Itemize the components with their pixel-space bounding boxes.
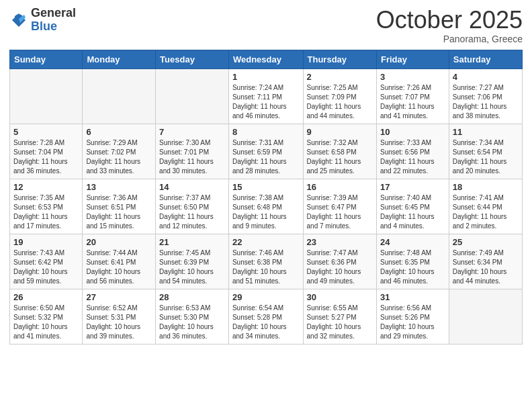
day-info: Sunrise: 6:53 AM Sunset: 5:30 PM Dayligh… [159,304,225,341]
calendar-cell: 9Sunrise: 7:32 AM Sunset: 6:58 PM Daylig… [303,124,376,179]
day-number: 11 [453,127,519,137]
header: General Blue October 2025 Panorama, Gree… [9,7,523,44]
calendar-cell: 11Sunrise: 7:34 AM Sunset: 6:54 PM Dayli… [449,124,522,179]
calendar-cell: 26Sunrise: 6:50 AM Sunset: 5:32 PM Dayli… [10,289,83,344]
calendar-cell: 4Sunrise: 7:27 AM Sunset: 7:06 PM Daylig… [449,68,522,124]
calendar-cell: 8Sunrise: 7:31 AM Sunset: 6:59 PM Daylig… [228,124,303,179]
day-number: 3 [380,72,445,82]
calendar-header-saturday: Saturday [449,50,522,68]
calendar-header-tuesday: Tuesday [156,50,229,68]
day-info: Sunrise: 7:27 AM Sunset: 7:06 PM Dayligh… [453,83,519,121]
calendar-cell: 23Sunrise: 7:47 AM Sunset: 6:36 PM Dayli… [303,234,376,289]
calendar-week-3: 12Sunrise: 7:35 AM Sunset: 6:53 PM Dayli… [10,179,523,234]
calendar-cell [83,68,156,124]
day-info: Sunrise: 6:52 AM Sunset: 5:31 PM Dayligh… [86,304,152,341]
calendar-cell: 6Sunrise: 7:29 AM Sunset: 7:02 PM Daylig… [83,124,156,179]
day-number: 7 [159,127,225,137]
calendar-cell: 21Sunrise: 7:45 AM Sunset: 6:39 PM Dayli… [156,234,229,289]
day-info: Sunrise: 7:47 AM Sunset: 6:36 PM Dayligh… [307,248,373,286]
day-info: Sunrise: 6:56 AM Sunset: 5:26 PM Dayligh… [380,304,445,341]
day-info: Sunrise: 7:30 AM Sunset: 7:01 PM Dayligh… [159,138,225,176]
day-info: Sunrise: 7:28 AM Sunset: 7:04 PM Dayligh… [13,138,79,176]
calendar-header-thursday: Thursday [303,50,376,68]
day-number: 24 [380,237,445,247]
day-info: Sunrise: 7:45 AM Sunset: 6:39 PM Dayligh… [159,248,225,286]
calendar-cell: 3Sunrise: 7:26 AM Sunset: 7:07 PM Daylig… [376,68,449,124]
calendar-week-5: 26Sunrise: 6:50 AM Sunset: 5:32 PM Dayli… [10,289,523,344]
day-number: 28 [159,292,225,302]
day-info: Sunrise: 6:50 AM Sunset: 5:32 PM Dayligh… [13,304,79,341]
day-number: 15 [232,182,300,192]
day-number: 2 [307,72,373,82]
calendar-header-friday: Friday [376,50,449,68]
logo-text: General Blue [31,7,76,34]
calendar-cell [156,68,229,124]
calendar-cell [449,289,522,344]
day-info: Sunrise: 7:41 AM Sunset: 6:44 PM Dayligh… [453,193,519,231]
day-number: 13 [86,182,152,192]
calendar-cell: 12Sunrise: 7:35 AM Sunset: 6:53 PM Dayli… [10,179,83,234]
day-info: Sunrise: 7:34 AM Sunset: 6:54 PM Dayligh… [453,138,519,176]
day-info: Sunrise: 7:44 AM Sunset: 6:41 PM Dayligh… [86,248,152,286]
calendar-cell: 10Sunrise: 7:33 AM Sunset: 6:56 PM Dayli… [376,124,449,179]
calendar-header-sunday: Sunday [10,50,83,68]
calendar-week-2: 5Sunrise: 7:28 AM Sunset: 7:04 PM Daylig… [10,124,523,179]
day-number: 21 [159,237,225,247]
subtitle: Panorama, Greece [376,34,523,44]
day-number: 23 [307,237,373,247]
calendar-header-monday: Monday [83,50,156,68]
day-number: 29 [232,292,300,302]
day-info: Sunrise: 7:49 AM Sunset: 6:34 PM Dayligh… [453,248,519,286]
day-number: 27 [86,292,152,302]
calendar-cell: 31Sunrise: 6:56 AM Sunset: 5:26 PM Dayli… [376,289,449,344]
day-info: Sunrise: 7:39 AM Sunset: 6:47 PM Dayligh… [307,193,373,231]
logo-icon [9,11,28,30]
calendar-cell: 2Sunrise: 7:25 AM Sunset: 7:09 PM Daylig… [303,68,376,124]
day-info: Sunrise: 7:32 AM Sunset: 6:58 PM Dayligh… [307,138,373,176]
day-info: Sunrise: 6:55 AM Sunset: 5:27 PM Dayligh… [307,304,373,341]
calendar-cell: 19Sunrise: 7:43 AM Sunset: 6:42 PM Dayli… [10,234,83,289]
day-info: Sunrise: 7:25 AM Sunset: 7:09 PM Dayligh… [307,83,373,121]
calendar-cell: 14Sunrise: 7:37 AM Sunset: 6:50 PM Dayli… [156,179,229,234]
day-info: Sunrise: 7:33 AM Sunset: 6:56 PM Dayligh… [380,138,445,176]
day-number: 9 [307,127,373,137]
calendar-cell: 28Sunrise: 6:53 AM Sunset: 5:30 PM Dayli… [156,289,229,344]
day-number: 4 [453,72,519,82]
day-info: Sunrise: 7:24 AM Sunset: 7:11 PM Dayligh… [232,83,300,121]
day-number: 1 [232,72,300,82]
calendar-cell: 15Sunrise: 7:38 AM Sunset: 6:48 PM Dayli… [228,179,303,234]
calendar-cell: 27Sunrise: 6:52 AM Sunset: 5:31 PM Dayli… [83,289,156,344]
day-info: Sunrise: 7:46 AM Sunset: 6:38 PM Dayligh… [232,248,300,286]
day-number: 14 [159,182,225,192]
day-number: 20 [86,237,152,247]
calendar-cell: 25Sunrise: 7:49 AM Sunset: 6:34 PM Dayli… [449,234,522,289]
calendar-cell: 18Sunrise: 7:41 AM Sunset: 6:44 PM Dayli… [449,179,522,234]
day-info: Sunrise: 7:35 AM Sunset: 6:53 PM Dayligh… [13,193,79,231]
calendar-cell: 7Sunrise: 7:30 AM Sunset: 7:01 PM Daylig… [156,124,229,179]
day-number: 5 [13,127,79,137]
day-number: 8 [232,127,300,137]
day-info: Sunrise: 7:37 AM Sunset: 6:50 PM Dayligh… [159,193,225,231]
calendar-cell: 5Sunrise: 7:28 AM Sunset: 7:04 PM Daylig… [10,124,83,179]
day-info: Sunrise: 7:40 AM Sunset: 6:45 PM Dayligh… [380,193,445,231]
day-number: 16 [307,182,373,192]
calendar-cell: 24Sunrise: 7:48 AM Sunset: 6:35 PM Dayli… [376,234,449,289]
day-number: 10 [380,127,445,137]
day-number: 19 [13,237,79,247]
calendar-cell [10,68,83,124]
day-info: Sunrise: 7:31 AM Sunset: 6:59 PM Dayligh… [232,138,300,176]
month-title: October 2025 [376,7,523,34]
day-info: Sunrise: 7:29 AM Sunset: 7:02 PM Dayligh… [86,138,152,176]
day-info: Sunrise: 7:48 AM Sunset: 6:35 PM Dayligh… [380,248,445,286]
logo: General Blue [9,7,76,34]
calendar-week-4: 19Sunrise: 7:43 AM Sunset: 6:42 PM Dayli… [10,234,523,289]
day-number: 17 [380,182,445,192]
logo-general: General [31,7,76,20]
calendar-header-row: SundayMondayTuesdayWednesdayThursdayFrid… [10,50,523,68]
calendar-table: SundayMondayTuesdayWednesdayThursdayFrid… [9,50,523,345]
day-number: 6 [86,127,152,137]
day-number: 25 [453,237,519,247]
day-number: 30 [307,292,373,302]
day-number: 26 [13,292,79,302]
day-info: Sunrise: 6:54 AM Sunset: 5:28 PM Dayligh… [232,304,300,341]
